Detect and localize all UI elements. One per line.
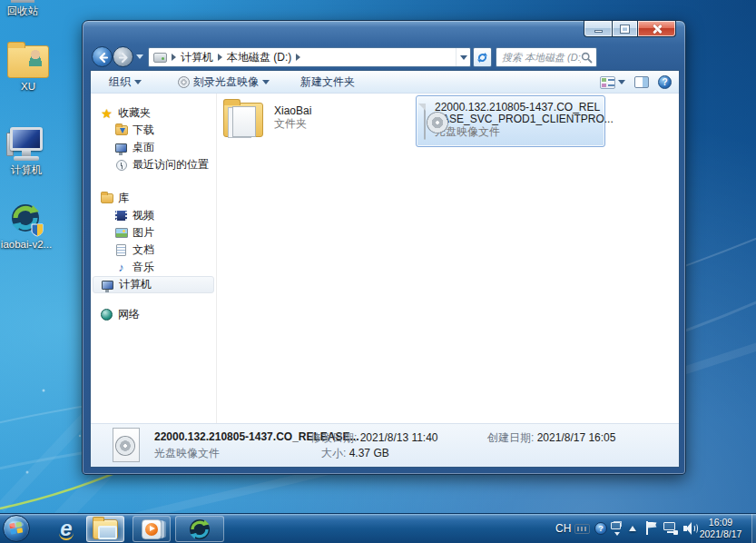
network-tray-icon[interactable] [663, 522, 677, 535]
navigation-bar: 计算机 本地磁盘 (D:) 搜索 本地磁盘 (D:) [83, 44, 685, 70]
sidebar-item-documents[interactable]: 文档 [91, 242, 216, 259]
show-hidden-icons-button[interactable] [629, 526, 636, 531]
sidebar-item-desktop[interactable]: 桌面 [91, 139, 216, 156]
disc-image-icon [113, 428, 140, 462]
sidebar-item-libraries[interactable]: 库 [91, 190, 216, 207]
details-size: 大小: 4.37 GB [321, 446, 389, 461]
sidebar-item-recent-places[interactable]: 最近访问的位置 [91, 156, 216, 173]
breadcrumb-arrow-icon [218, 54, 222, 61]
minimize-icon [594, 30, 603, 33]
command-bar-right: ? [600, 71, 672, 94]
input-help-icon[interactable]: ? [594, 522, 607, 535]
action-center-flag-icon[interactable] [645, 521, 657, 536]
back-arrow-icon [96, 51, 110, 64]
taskbar-ie-button[interactable]: e [51, 516, 82, 542]
internet-explorer-icon: e [59, 518, 73, 540]
forward-arrow-icon [117, 51, 131, 64]
views-icon [600, 76, 615, 89]
created-label: 创建日期: [487, 431, 534, 444]
address-bar[interactable]: 计算机 本地磁盘 (D:) [148, 47, 471, 67]
breadcrumb-local-disk-d[interactable]: 本地磁盘 (D:) [223, 48, 295, 66]
chevron-down-icon [618, 80, 625, 84]
videos-icon [115, 211, 127, 221]
sync-arrows-icon [188, 518, 211, 541]
start-button[interactable] [3, 515, 30, 542]
desktop-icon [115, 143, 127, 153]
user-folder-icon [7, 45, 49, 78]
clock-time: 16:09 [692, 517, 749, 528]
sidebar-label: 下载 [133, 123, 154, 138]
desktop-icon-recycle-bin[interactable]: 回收站 [0, 0, 49, 18]
taskbar-explorer-button[interactable] [86, 516, 124, 542]
command-bar: 组织 刻录光盘映像 新建文件夹 ? [91, 71, 679, 94]
change-view-button[interactable] [600, 76, 625, 89]
breadcrumb-arrow-icon [172, 54, 176, 61]
sidebar-item-network[interactable]: 网络 [91, 306, 216, 323]
organize-button[interactable]: 组织 [102, 71, 149, 93]
breadcrumb-computer[interactable]: 计算机 [177, 48, 217, 66]
sidebar-item-pictures[interactable]: 图片 [91, 224, 216, 242]
file-tile-xiaobai-folder[interactable]: XiaoBai 文件夹 [223, 97, 401, 146]
file-name-line2: EASE_SVC_PROD1_CLIENTPRO... [435, 114, 614, 125]
desktop-icon-xu-folder[interactable]: XU [2, 45, 54, 92]
recent-places-icon [116, 160, 127, 171]
maximize-icon [621, 25, 629, 33]
language-indicator[interactable]: CH [555, 522, 571, 535]
sidebar-label: 音乐 [133, 260, 154, 275]
file-type: 文件夹 [274, 117, 311, 130]
sidebar-item-downloads[interactable]: 下载 [91, 122, 216, 139]
preview-pane-button[interactable] [634, 76, 649, 88]
input-settings-icon[interactable] [611, 520, 623, 535]
help-button[interactable]: ? [658, 75, 672, 89]
sidebar-label: 图片 [133, 225, 154, 241]
search-input[interactable]: 搜索 本地磁盘 (D:) [496, 47, 597, 67]
close-icon [652, 24, 662, 34]
computer-monitor-icon [6, 127, 46, 162]
sidebar-label: 计算机 [119, 277, 152, 292]
details-file-type: 光盘映像文件 [154, 446, 220, 461]
refresh-button[interactable] [473, 47, 492, 67]
sidebar-label: 网络 [118, 307, 140, 322]
sidebar-item-music[interactable]: ♪ 音乐 [91, 259, 216, 276]
taskbar-media-player-button[interactable] [133, 516, 171, 542]
chevron-down-icon [460, 55, 467, 60]
xu-label: XU [2, 81, 54, 92]
window-controls [584, 21, 676, 37]
keyboard-icon[interactable] [574, 524, 590, 534]
recycle-bin-icon [11, 0, 34, 3]
sidebar-item-favorites[interactable]: ★ 收藏夹 [91, 104, 216, 122]
taskbar-clock[interactable]: 16:09 2021/8/17 [692, 517, 749, 540]
created-value: 2021/8/17 16:05 [537, 431, 616, 444]
new-folder-button[interactable]: 新建文件夹 [293, 71, 362, 93]
minimize-button[interactable] [584, 21, 612, 37]
recent-pages-chevron[interactable] [136, 54, 143, 59]
refresh-icon [476, 52, 488, 64]
downloads-icon [115, 125, 128, 135]
back-button[interactable] [92, 46, 113, 67]
windows-logo-icon [8, 520, 25, 537]
sidebar-item-computer[interactable]: 计算机 [93, 276, 214, 293]
clock-date: 2021/8/17 [692, 528, 749, 540]
taskbar: e CH ? [0, 513, 756, 543]
desktop-icon-computer[interactable]: 计算机 [0, 127, 53, 177]
chevron-down-icon [262, 80, 270, 84]
forward-button[interactable] [113, 46, 133, 67]
sidebar-label: 收藏夹 [118, 105, 151, 121]
details-created: 创建日期: 2021/8/17 16:05 [487, 430, 615, 446]
desktop-icon-xiaobai[interactable]: iaobai-v2... [0, 202, 54, 250]
media-player-icon [142, 519, 162, 539]
question-mark: ? [598, 524, 604, 533]
navigation-pane: ★ 收藏夹 下载 桌面 最近访问的位置 [91, 94, 217, 424]
burn-disc-image-button[interactable]: 刻录光盘映像 [171, 71, 277, 93]
organize-label: 组织 [109, 74, 131, 90]
sidebar-item-videos[interactable]: 视频 [91, 207, 216, 224]
sidebar-label: 桌面 [133, 140, 154, 155]
file-tile-iso-selected[interactable]: 22000.132.210805-1437.CO_REL EASE_SVC_PR… [416, 95, 605, 147]
maximize-button[interactable] [612, 21, 638, 37]
sidebar-label: 视频 [133, 208, 154, 223]
file-type: 光盘映像文件 [435, 125, 614, 138]
show-desktop-button[interactable] [751, 514, 756, 543]
taskbar-xiaobai-sync-button[interactable] [175, 516, 224, 542]
address-dropdown-button[interactable] [456, 48, 470, 66]
close-button[interactable] [638, 21, 676, 37]
